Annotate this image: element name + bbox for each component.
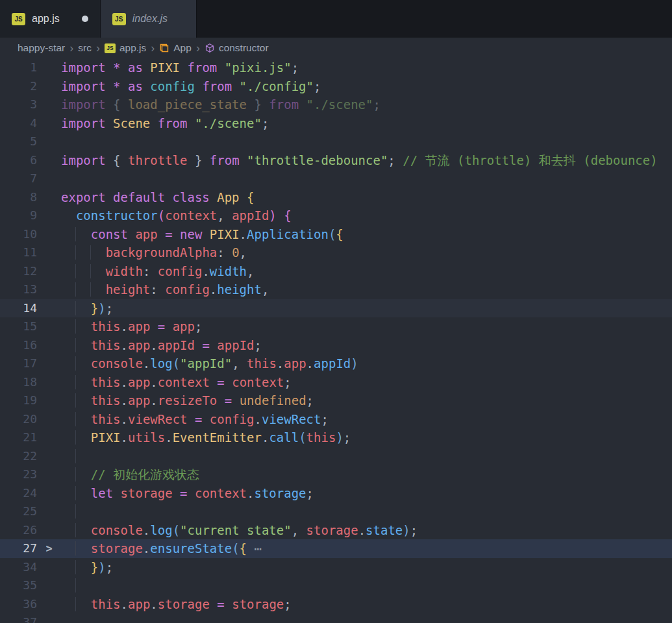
chevron-right-icon: › bbox=[149, 42, 156, 54]
code-text: this.app.resizeTo = undefined; bbox=[61, 391, 672, 410]
line-number[interactable]: 10 bbox=[0, 225, 37, 244]
line-number[interactable]: 14 bbox=[0, 299, 37, 318]
code-line[interactable]: 1import * as PIXI from "pixi.js"; bbox=[0, 58, 672, 77]
vscode-window: JS app.js JS index.js happy-star › src ›… bbox=[0, 0, 672, 623]
code-text: import { load_piece_state } from "./scen… bbox=[61, 95, 672, 114]
code-line[interactable]: 10 const app = new PIXI.Application({ bbox=[0, 225, 672, 244]
code-line[interactable]: 4import Scene from "./scene"; bbox=[0, 114, 672, 133]
fold-gutter bbox=[37, 447, 61, 466]
line-number[interactable]: 3 bbox=[0, 95, 37, 114]
code-line[interactable]: 21 PIXI.utils.EventEmitter.call(this); bbox=[0, 428, 672, 447]
code-line[interactable]: 34 }); bbox=[0, 558, 672, 577]
tab-label: index.js bbox=[132, 13, 168, 25]
chevron-right-icon: › bbox=[194, 42, 202, 54]
code-line[interactable]: 11 backgroundAlpha: 0, bbox=[0, 243, 672, 262]
fold-gutter bbox=[37, 484, 61, 503]
code-text: this.app.context = context; bbox=[61, 373, 672, 392]
fold-gutter bbox=[37, 262, 61, 281]
code-line[interactable]: 14 }); bbox=[0, 299, 672, 318]
code-line[interactable]: 22 bbox=[0, 447, 672, 466]
fold-gutter bbox=[37, 502, 61, 521]
line-number[interactable]: 35 bbox=[0, 576, 37, 595]
line-number[interactable]: 18 bbox=[0, 373, 37, 392]
line-number[interactable]: 9 bbox=[0, 206, 37, 225]
code-line[interactable]: 15 this.app = app; bbox=[0, 317, 672, 336]
code-line[interactable]: 19 this.app.resizeTo = undefined; bbox=[0, 391, 672, 410]
fold-gutter bbox=[37, 151, 61, 170]
breadcrumb-label: constructor bbox=[219, 42, 269, 54]
code-line[interactable]: 25 bbox=[0, 502, 672, 521]
line-number[interactable]: 15 bbox=[0, 317, 37, 336]
line-number[interactable]: 16 bbox=[0, 336, 37, 355]
folded-code-ellipsis[interactable]: ⋯ bbox=[255, 541, 263, 556]
line-number[interactable]: 8 bbox=[0, 188, 37, 207]
code-line[interactable]: 17 console.log("appId", this.app.appId) bbox=[0, 354, 672, 373]
line-number[interactable]: 7 bbox=[0, 169, 37, 188]
line-number[interactable]: 1 bbox=[0, 58, 37, 77]
code-line[interactable]: 36 this.app.storage = storage; bbox=[0, 595, 672, 614]
code-line[interactable]: 5 bbox=[0, 132, 672, 151]
line-number[interactable]: 22 bbox=[0, 447, 37, 466]
code-line[interactable]: 20 this.viewRect = config.viewRect; bbox=[0, 410, 672, 429]
code-line[interactable]: 37 bbox=[0, 613, 672, 623]
line-number[interactable]: 34 bbox=[0, 558, 37, 577]
code-line[interactable]: 2import * as config from "./config"; bbox=[0, 77, 672, 96]
breadcrumb-item-folder[interactable]: happy-star bbox=[18, 42, 65, 54]
fold-gutter bbox=[37, 595, 61, 614]
code-line[interactable]: 13 height: config.height, bbox=[0, 280, 672, 299]
code-editor[interactable]: 1import * as PIXI from "pixi.js";2import… bbox=[0, 58, 672, 623]
code-line[interactable]: 23 // 初始化游戏状态 bbox=[0, 465, 672, 484]
line-number[interactable]: 19 bbox=[0, 391, 37, 410]
code-line[interactable]: 26 console.log("current state", storage.… bbox=[0, 521, 672, 540]
code-line[interactable]: 16 this.app.appId = appId; bbox=[0, 336, 672, 355]
code-line[interactable]: 24 let storage = context.storage; bbox=[0, 484, 672, 503]
code-text: import * as config from "./config"; bbox=[61, 77, 672, 96]
code-line[interactable]: 9 constructor(context, appId) { bbox=[0, 206, 672, 225]
fold-chevron-icon[interactable]: > bbox=[37, 539, 61, 558]
code-line[interactable]: 7 bbox=[0, 169, 672, 188]
breadcrumb: happy-star › src › JS app.js › App › con… bbox=[0, 38, 672, 58]
code-text: import { throttle } from "throttle-debou… bbox=[61, 151, 672, 170]
tab-label: app.js bbox=[32, 13, 60, 25]
unsaved-changes-dot[interactable] bbox=[82, 16, 88, 22]
line-number[interactable]: 5 bbox=[0, 132, 37, 151]
line-number[interactable]: 23 bbox=[0, 465, 37, 484]
line-number[interactable]: 36 bbox=[0, 595, 37, 614]
method-symbol-icon bbox=[205, 43, 215, 53]
breadcrumb-item-folder[interactable]: src bbox=[78, 42, 92, 54]
code-line[interactable]: 8export default class App { bbox=[0, 188, 672, 207]
code-line[interactable]: 27> storage.ensureState({ ⋯ bbox=[0, 539, 672, 558]
line-number[interactable]: 17 bbox=[0, 354, 37, 373]
code-line[interactable]: 12 width: config.width, bbox=[0, 262, 672, 281]
breadcrumb-item-class[interactable]: App bbox=[159, 42, 192, 54]
line-number[interactable]: 21 bbox=[0, 428, 37, 447]
line-number[interactable]: 11 bbox=[0, 243, 37, 262]
line-number[interactable]: 37 bbox=[0, 613, 37, 623]
line-number[interactable]: 26 bbox=[0, 521, 37, 540]
code-line[interactable]: 18 this.app.context = context; bbox=[0, 373, 672, 392]
line-number[interactable]: 27 bbox=[0, 539, 37, 558]
line-number[interactable]: 25 bbox=[0, 502, 37, 521]
line-number[interactable]: 20 bbox=[0, 410, 37, 429]
fold-gutter bbox=[37, 206, 61, 225]
breadcrumb-label: happy-star bbox=[18, 42, 65, 54]
line-number[interactable]: 13 bbox=[0, 280, 37, 299]
breadcrumb-item-method[interactable]: constructor bbox=[205, 42, 269, 54]
tab-index-js[interactable]: JS index.js bbox=[101, 0, 197, 38]
code-line[interactable]: 35 bbox=[0, 576, 672, 595]
code-line[interactable]: 3import { load_piece_state } from "./sce… bbox=[0, 95, 672, 114]
fold-gutter bbox=[37, 132, 61, 151]
line-number[interactable]: 24 bbox=[0, 484, 37, 503]
line-number[interactable]: 4 bbox=[0, 114, 37, 133]
fold-gutter bbox=[37, 558, 61, 577]
code-line[interactable]: 6import { throttle } from "throttle-debo… bbox=[0, 151, 672, 170]
breadcrumb-item-file[interactable]: JS app.js bbox=[105, 42, 146, 54]
code-text: backgroundAlpha: 0, bbox=[61, 243, 672, 262]
code-text bbox=[61, 169, 672, 188]
tab-app-js[interactable]: JS app.js bbox=[0, 0, 101, 38]
line-number[interactable]: 6 bbox=[0, 151, 37, 170]
code-text: this.app.storage = storage; bbox=[61, 595, 672, 614]
line-number[interactable]: 12 bbox=[0, 262, 37, 281]
line-number[interactable]: 2 bbox=[0, 77, 37, 96]
code-text: const app = new PIXI.Application({ bbox=[61, 225, 672, 244]
